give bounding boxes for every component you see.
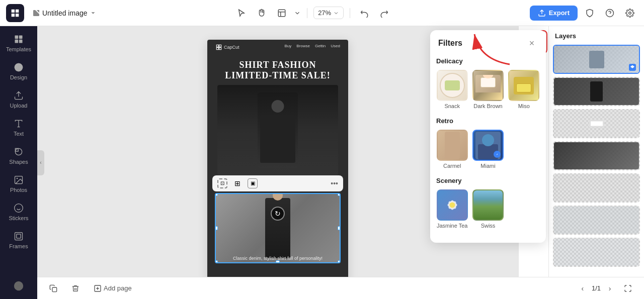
filters-header: Filters × — [430, 30, 546, 53]
sidebar-item-templates[interactable]: Templates — [4, 30, 34, 56]
document-title[interactable]: Untitled image — [32, 9, 97, 17]
filters-close-btn[interactable]: × — [526, 37, 538, 49]
page-nav: ‹ 1/1 › — [577, 282, 616, 294]
svg-point-11 — [17, 178, 18, 179]
layers-list: Layers — [549, 26, 644, 299]
svg-point-12 — [15, 204, 23, 213]
sidebar-item-upload[interactable]: Upload — [4, 86, 34, 113]
filter-miso-thumb — [508, 70, 539, 101]
layer-item-7[interactable] — [553, 238, 640, 267]
canvas-toolbar-more[interactable]: ••• — [331, 179, 338, 187]
expand-btn[interactable] — [620, 280, 636, 296]
filter-miami-thumb — [472, 130, 504, 161]
sidebar-item-text[interactable]: Text — [4, 115, 34, 141]
settings-btn[interactable] — [622, 5, 638, 21]
canvas-bottom-text: Classic denim, stylish shirt full of per… — [207, 256, 348, 261]
filter-jasmine[interactable]: Jasmine Tea — [436, 189, 468, 229]
handle-tr[interactable] — [338, 193, 341, 196]
next-page-btn[interactable]: › — [604, 282, 616, 294]
export-btn[interactable]: Export — [530, 6, 578, 21]
app-logo — [6, 4, 24, 22]
canvas-top-image — [217, 85, 338, 175]
svg-rect-32 — [52, 287, 57, 292]
filter-darkbrown-thumb — [472, 70, 504, 101]
layout-dropdown-icon[interactable] — [294, 10, 301, 17]
sidebar-item-frames[interactable]: Frames — [4, 227, 34, 253]
layers-panel: Layers — [548, 26, 644, 299]
bottom-right: ‹ 1/1 › — [577, 280, 636, 296]
sidebar-item-collapse[interactable] — [4, 277, 34, 295]
layer-item-1[interactable] — [553, 45, 640, 74]
delicacy-grid: Snack Dark Brown — [436, 70, 540, 109]
filter-swiss-label: Swiss — [481, 223, 496, 229]
scenery-section-title: Scenery — [436, 177, 540, 184]
retro-section-title: Retro — [436, 117, 540, 125]
help-btn[interactable] — [602, 5, 618, 21]
topbar-right: Export — [530, 5, 638, 21]
toolbar-grid-icon[interactable]: ⊞ — [232, 178, 243, 188]
filters-title: Filters — [438, 39, 462, 48]
page-info: 1/1 — [592, 284, 601, 292]
sidebar-item-design[interactable]: Design — [4, 58, 34, 84]
select-tool-btn[interactable] — [233, 5, 250, 21]
delete-page-btn[interactable] — [67, 282, 84, 294]
svg-rect-14 — [17, 234, 21, 238]
filter-miami[interactable]: Miami — [472, 130, 504, 169]
svg-rect-13 — [15, 233, 23, 240]
filter-miso[interactable]: Miso — [508, 70, 540, 109]
canvas-bottom-image[interactable] — [215, 193, 341, 263]
filter-jasmine-thumb — [437, 189, 468, 221]
handle-ml[interactable] — [215, 226, 218, 230]
svg-point-30 — [449, 202, 455, 208]
canvas-title: SHIRT FASHION LIMITED-TIME SALE! — [207, 60, 348, 81]
layout-tool-btn[interactable] — [274, 5, 290, 21]
toolbar-frame-icon[interactable]: ▣ — [248, 178, 258, 188]
svg-rect-4 — [19, 36, 23, 39]
layer-item-5[interactable] — [553, 173, 640, 203]
topbar: Untitled image 27% Export — [0, 0, 644, 26]
svg-rect-6 — [19, 40, 23, 43]
handle-mr[interactable] — [338, 226, 341, 230]
canvas-wrapper: CapCut BuyBrowseGettinUsed SHIRT FASHION… — [207, 40, 348, 286]
sidebar-item-photos[interactable]: Photos — [4, 171, 34, 197]
filter-darkbrown[interactable]: Dark Brown — [472, 70, 504, 109]
main-area: Templates Design Upload Text Shapes Phot… — [0, 26, 644, 299]
filter-darkbrown-label: Dark Brown — [473, 103, 502, 109]
prev-page-btn[interactable]: ‹ — [577, 282, 589, 294]
filters-body: Delicacy Snack Dark Brown — [430, 53, 546, 243]
layer-item-3[interactable] — [553, 109, 640, 138]
sidebar-item-stickers[interactable]: Stickers — [4, 199, 34, 225]
add-page-btn[interactable]: Add page — [90, 282, 136, 294]
left-sidebar: Templates Design Upload Text Shapes Phot… — [0, 26, 37, 299]
layer-item-2[interactable] — [553, 77, 640, 106]
filter-carmel-thumb — [437, 130, 468, 161]
filter-miami-label: Miami — [480, 163, 495, 169]
filter-carmel[interactable]: Carmel — [436, 130, 468, 169]
duplicate-page-btn[interactable] — [45, 282, 61, 294]
redo-btn[interactable] — [376, 5, 392, 21]
filter-snack-thumb — [437, 70, 468, 101]
layer-item-6[interactable] — [553, 206, 640, 235]
canvas-rotate-btn[interactable]: ↻ — [271, 207, 285, 221]
zoom-dropdown-icon — [333, 10, 339, 16]
topbar-center: 27% — [101, 5, 526, 21]
sidebar-item-shapes[interactable]: Shapes — [4, 143, 34, 169]
svg-rect-3 — [15, 36, 19, 39]
handle-tl[interactable] — [215, 193, 218, 196]
shield-btn[interactable] — [582, 5, 598, 21]
filter-jasmine-label: Jasmine Tea — [437, 223, 468, 229]
zoom-control[interactable]: 27% — [313, 7, 344, 19]
filter-swiss[interactable]: Swiss — [472, 189, 504, 229]
undo-btn[interactable] — [356, 5, 372, 21]
scenery-grid: Jasmine Tea Swiss — [436, 189, 540, 229]
svg-rect-0 — [278, 10, 285, 17]
layer-item-4[interactable] — [553, 141, 640, 170]
filter-snack[interactable]: Snack — [436, 70, 468, 109]
hand-tool-btn[interactable] — [254, 5, 270, 21]
filter-snack-label: Snack — [444, 103, 460, 109]
bottom-bar: Add page ‹ 1/1 › — [37, 277, 644, 299]
filter-carmel-label: Carmel — [443, 163, 461, 169]
canvas-collapse-btn[interactable]: ‹ — [37, 150, 44, 175]
toolbar-crop-icon[interactable]: ⊡ — [217, 178, 227, 188]
canvas-logo: CapCut — [215, 44, 239, 51]
